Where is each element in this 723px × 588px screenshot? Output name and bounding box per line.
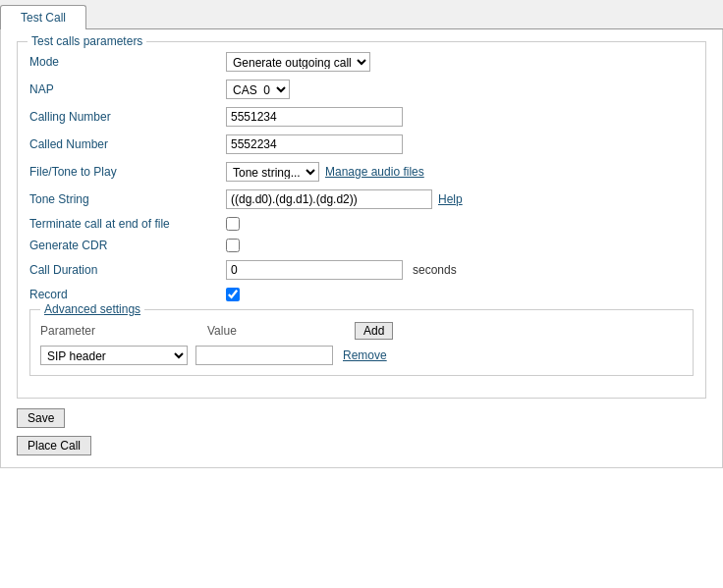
terminate-call-checkbox[interactable] — [226, 217, 240, 231]
record-label: Record — [29, 288, 226, 301]
test-call-tab[interactable]: Test Call — [0, 5, 86, 29]
nap-select[interactable]: CAS_0 CAS_1 — [226, 80, 290, 99]
called-number-label: Called Number — [29, 137, 226, 151]
save-button[interactable]: Save — [17, 408, 65, 428]
tone-string-input[interactable] — [226, 189, 432, 209]
record-checkbox[interactable] — [226, 288, 240, 301]
call-duration-input[interactable] — [226, 260, 403, 280]
advanced-param-select[interactable]: SIP header Custom param — [40, 346, 188, 365]
call-duration-label: Call Duration — [29, 263, 226, 277]
called-number-input[interactable] — [226, 134, 403, 154]
generate-cdr-checkbox[interactable] — [226, 239, 240, 252]
help-link[interactable]: Help — [438, 192, 463, 206]
file-tone-select[interactable]: Tone string... Audio file — [226, 162, 319, 182]
calling-number-input[interactable] — [226, 107, 403, 127]
seconds-label: seconds — [413, 263, 457, 277]
adv-col-value: Value — [207, 324, 345, 338]
mode-label: Mode — [29, 55, 226, 69]
add-button[interactable]: Add — [355, 322, 393, 340]
adv-col-param: Parameter — [40, 324, 197, 338]
section-title: Test calls parameters — [28, 34, 146, 48]
place-call-button[interactable]: Place Call — [17, 436, 91, 455]
remove-link[interactable]: Remove — [343, 348, 387, 362]
file-tone-label: File/Tone to Play — [29, 165, 226, 179]
tone-string-label: Tone String — [29, 192, 226, 206]
mode-select[interactable]: Generate outgoing call Receive incoming … — [226, 52, 370, 72]
generate-cdr-label: Generate CDR — [29, 239, 226, 252]
manage-audio-link[interactable]: Manage audio files — [325, 165, 424, 179]
advanced-value-input[interactable] — [195, 346, 333, 365]
advanced-title: Advanced settings — [40, 302, 144, 316]
nap-label: NAP — [29, 82, 226, 96]
terminate-call-label: Terminate call at end of file — [29, 217, 226, 231]
calling-number-label: Calling Number — [29, 110, 226, 124]
